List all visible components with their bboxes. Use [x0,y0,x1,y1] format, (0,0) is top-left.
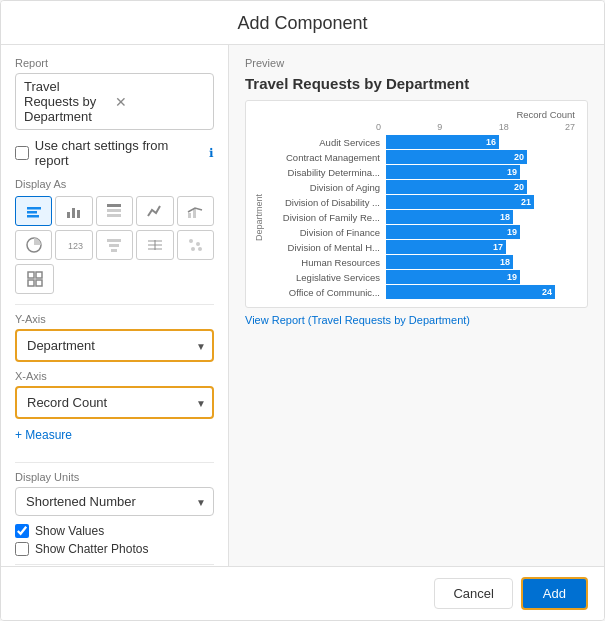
bar-value: 19 [507,227,517,237]
x-axis-select[interactable]: Record Count Department [15,386,214,419]
modal-header: Add Component [1,1,604,45]
modal-footer: Cancel Add [1,566,604,620]
chart-settings-row: Use chart settings from report ℹ [15,138,214,168]
svg-rect-14 [109,244,119,247]
use-chart-settings-checkbox[interactable] [15,146,29,160]
bar-fill: 18 [386,255,513,269]
svg-point-20 [189,239,193,243]
bar-label: Audit Services [266,137,386,148]
bar-container: 16 [386,135,555,149]
bar-value: 18 [500,212,510,222]
svg-rect-3 [67,212,70,218]
bar-container: 17 [386,240,555,254]
bar-row: Contract Management20 [266,150,555,164]
bar-fill: 21 [386,195,534,209]
chart-type-table-btn[interactable] [96,196,133,226]
info-icon[interactable]: ℹ [209,146,214,160]
bar-container: 24 [386,285,555,299]
chart-type-pie-btn[interactable] [15,230,52,260]
bar-container: 20 [386,180,555,194]
y-axis-select[interactable]: Department Record Count [15,329,214,362]
svg-rect-8 [107,214,121,217]
svg-text:123: 123 [68,241,83,251]
bar-value: 21 [521,197,531,207]
svg-rect-27 [36,280,42,286]
svg-rect-4 [72,208,75,218]
bar-value: 20 [514,152,524,162]
cancel-button[interactable]: Cancel [434,578,512,609]
bar-label: Contract Management [266,152,386,163]
display-as-row1 [15,196,214,226]
left-panel: Report Travel Requests by Department ✕ U… [1,45,229,566]
tick-9: 9 [437,122,442,132]
bar-row: Division of Family Re...18 [266,210,555,224]
bar-fill: 16 [386,135,499,149]
svg-rect-13 [107,239,121,242]
modal-title: Add Component [21,13,584,34]
x-axis-label: X-Axis [15,370,214,382]
bar-label: Division of Disability ... [266,197,386,208]
show-values-row: Show Values [15,524,214,538]
add-component-modal: Add Component Report Travel Requests by … [0,0,605,621]
svg-rect-10 [193,209,196,218]
report-select-row[interactable]: Travel Requests by Department ✕ [15,73,214,130]
display-units-label: Display Units [15,471,214,483]
chart-type-scatter-btn[interactable] [177,230,214,260]
bar-container: 19 [386,225,555,239]
clear-report-icon[interactable]: ✕ [115,94,206,110]
svg-rect-6 [107,204,121,207]
divider2 [15,462,214,463]
bar-value: 16 [486,137,496,147]
preview-label: Preview [245,57,588,69]
chart-type-bar-btn[interactable] [15,196,52,226]
chart-title: Travel Requests by Department [245,75,588,92]
bar-label: Disability Determina... [266,167,386,178]
show-chatter-photos-checkbox[interactable] [15,542,29,556]
svg-point-23 [198,247,202,251]
chart-type-line-btn[interactable] [136,196,173,226]
bar-container: 21 [386,195,555,209]
bar-container: 20 [386,150,555,164]
svg-rect-15 [111,249,117,252]
bar-row: Division of Aging20 [266,180,555,194]
show-values-label: Show Values [35,524,104,538]
show-chatter-photos-row: Show Chatter Photos [15,542,214,556]
report-label: Report [15,57,214,69]
bar-fill: 24 [386,285,555,299]
chart-type-gauge-btn[interactable] [136,230,173,260]
display-units-select[interactable]: Shortened Number Full Number [15,487,214,516]
y-axis-select-wrapper: Department Record Count ▼ [15,329,214,362]
bar-label: Legislative Services [266,272,386,283]
chart-type-column-btn[interactable] [55,196,92,226]
display-as-row2: 123 [15,230,214,260]
divider3 [15,564,214,565]
bar-row: Office of Communic...24 [266,285,555,299]
bar-label: Division of Family Re... [266,212,386,223]
display-units-section: Display Units Shortened Number Full Numb… [15,471,214,516]
chart-type-combo-btn[interactable] [177,196,214,226]
chart-type-grid-btn[interactable] [15,264,54,294]
show-values-checkbox[interactable] [15,524,29,538]
chart-type-metric-btn[interactable]: 123 [55,230,92,260]
modal-body: Report Travel Requests by Department ✕ U… [1,45,604,566]
chart-type-funnel-btn[interactable] [96,230,133,260]
add-button[interactable]: Add [521,577,588,610]
bar-row: Audit Services16 [266,135,555,149]
report-value: Travel Requests by Department [24,79,115,124]
tick-27: 27 [565,122,575,132]
bar-label: Office of Communic... [266,287,386,298]
bar-fill: 18 [386,210,513,224]
bar-label: Division of Mental H... [266,242,386,253]
svg-rect-5 [77,210,80,218]
use-chart-settings-label: Use chart settings from report [35,138,203,168]
svg-rect-9 [188,213,191,218]
svg-rect-1 [27,211,37,214]
bar-value: 19 [507,167,517,177]
bar-row: Division of Disability ...21 [266,195,555,209]
bar-fill: 19 [386,165,520,179]
add-measure-link[interactable]: + Measure [15,428,72,442]
svg-rect-0 [27,207,41,210]
view-report-link[interactable]: View Report (Travel Requests by Departme… [245,314,588,326]
bar-fill: 19 [386,270,520,284]
bar-value: 18 [500,257,510,267]
